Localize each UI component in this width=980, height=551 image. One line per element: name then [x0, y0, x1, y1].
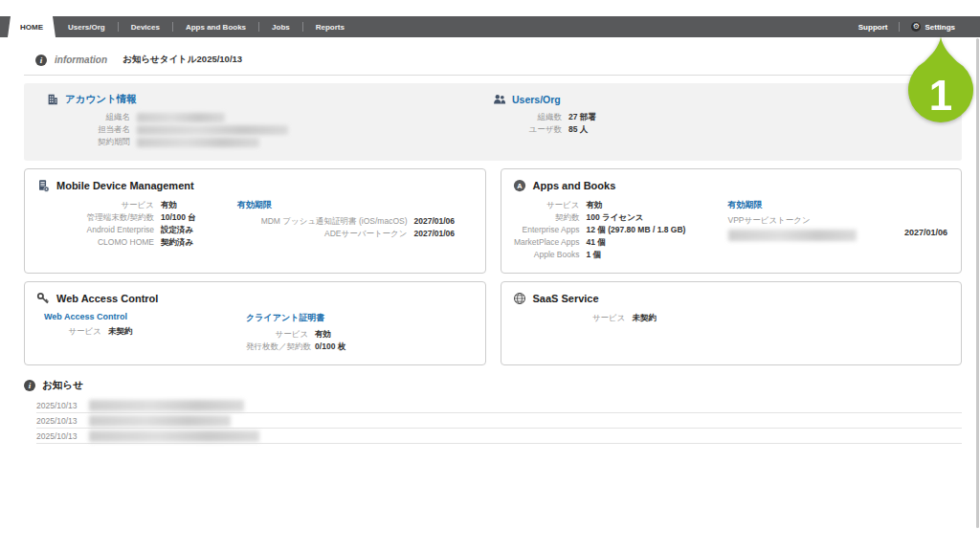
news-title: お知らせ	[42, 379, 83, 392]
main-nav: HOME Users/Org Devices Apps and Books Jo…	[0, 16, 980, 37]
settings-button[interactable]: Settings	[900, 22, 967, 32]
web-access-subsection: Web Access Control サービス未契約	[36, 312, 246, 353]
window-top-strip	[0, 0, 980, 16]
row-value: 未契約	[633, 312, 657, 324]
row-value: 有効	[161, 199, 177, 211]
row-label: ユーザ数	[493, 123, 562, 136]
users-org-title[interactable]: Users/Org	[512, 94, 561, 105]
account-info-title[interactable]: アカウント情報	[65, 93, 137, 106]
news-item[interactable]: 2025/10/13	[36, 413, 962, 429]
saas-card-title: SaaS Service	[533, 293, 599, 304]
redacted-value	[137, 125, 288, 135]
row-value: 2027/01/06	[414, 215, 474, 228]
news-section: お知らせ 2025/10/13 2025/10/13 2025/10/13	[24, 379, 962, 444]
web-access-card: Web Access Control Web Access Control サー…	[24, 281, 486, 365]
account-info-section: アカウント情報 組織名 担当者名 契約期間	[24, 93, 493, 148]
account-row-label: 担当者名	[46, 123, 130, 136]
redacted-news-text	[89, 430, 259, 442]
row-label: Enterprise Apps	[513, 224, 580, 236]
gear-icon	[911, 22, 921, 32]
row-label: Apple Books	[513, 249, 580, 261]
row-label: サービス	[513, 312, 626, 324]
announcement-title-link[interactable]: お知らせタイトル2025/10/13	[122, 54, 242, 66]
redacted-vpp-token	[728, 230, 857, 241]
information-bar: information お知らせタイトル2025/10/13	[24, 37, 962, 76]
tab-reports[interactable]: Reports	[303, 16, 357, 37]
row-value: 設定済み	[161, 224, 193, 236]
tab-devices[interactable]: Devices	[119, 16, 172, 37]
row-value: 10/100 台	[161, 211, 196, 224]
redacted-news-text	[89, 400, 244, 411]
row-value: 2027/01/06	[414, 228, 474, 240]
row-value: 85 人	[568, 123, 588, 136]
row-value: 契約済み	[161, 236, 193, 249]
row-label: サービス	[246, 328, 308, 341]
row-value: 未契約	[108, 325, 133, 338]
key-icon	[36, 292, 50, 305]
users-icon	[493, 93, 506, 106]
account-row-label: 契約期間	[46, 136, 130, 148]
row-value: 有効	[587, 199, 603, 211]
tab-jobs[interactable]: Jobs	[259, 16, 302, 37]
news-date: 2025/10/13	[36, 401, 89, 410]
news-item[interactable]: 2025/10/13	[36, 429, 962, 444]
account-row: 契約期間	[46, 136, 493, 148]
row-label: 管理端末数/契約数	[36, 211, 154, 224]
info-icon	[24, 380, 35, 391]
globe-icon	[513, 292, 526, 305]
row-value: 27 部署	[568, 111, 596, 123]
settings-label: Settings	[924, 23, 955, 32]
row-value: 1 個	[587, 249, 602, 261]
news-date: 2025/10/13	[36, 431, 89, 441]
row-label: Android Enterprise	[36, 224, 154, 236]
information-label: information	[55, 55, 107, 65]
news-date: 2025/10/13	[36, 416, 89, 426]
users-org-section: Users/Org 組織数 27 部署 ユーザ数 85 人	[493, 93, 962, 148]
row-label: サービス	[36, 199, 154, 211]
account-row: 担当者名	[46, 123, 493, 136]
users-org-row: ユーザ数 85 人	[493, 123, 962, 136]
appstore-icon: A	[513, 179, 526, 192]
web-access-link[interactable]: Web Access Control	[36, 312, 246, 321]
account-panel: アカウント情報 組織名 担当者名 契約期間	[24, 83, 962, 161]
support-link[interactable]: Support	[847, 23, 900, 32]
vpp-token-label: VPPサービストークン	[728, 215, 950, 227]
row-label: 契約数	[513, 211, 580, 224]
annotation-badge-1: 1	[904, 35, 977, 132]
tab-apps-and-books[interactable]: Apps and Books	[173, 16, 258, 37]
account-row: 組織名	[46, 111, 493, 123]
row-value: 0/100 枚	[315, 341, 345, 353]
saas-service-card: SaaS Service サービス未契約	[501, 281, 963, 365]
mdm-expiry-block: 有効期限 MDM プッシュ通知証明書 (iOS/macOS)2027/01/06…	[237, 199, 474, 240]
row-label: MarketPlace Apps	[513, 236, 580, 249]
row-label: 組織数	[493, 111, 562, 123]
news-item[interactable]: 2025/10/13	[36, 398, 962, 413]
main-content: information お知らせタイトル2025/10/13 アカウント情報 組…	[24, 37, 962, 444]
mdm-expiry-link[interactable]: 有効期限	[237, 199, 474, 211]
row-label: ADEサーバートークン	[324, 228, 407, 240]
web-access-card-title: Web Access Control	[56, 293, 158, 304]
redacted-news-text	[89, 415, 231, 427]
apps-books-card: A Apps and Books サービス有効 契約数100 ライセンス Ent…	[501, 168, 963, 274]
building-icon	[46, 93, 59, 106]
annotation-number: 1	[929, 72, 952, 119]
users-org-row: 組織数 27 部署	[493, 111, 962, 123]
support-label: Support	[858, 23, 888, 32]
row-value: 12 個 (297.80 MB / 1.8 GB)	[587, 224, 686, 236]
row-value: 有効	[315, 328, 331, 341]
row-label: 発行枚数／契約数	[246, 341, 308, 353]
row-label: サービス	[36, 325, 101, 338]
row-label: サービス	[513, 199, 580, 211]
info-icon	[35, 55, 47, 66]
account-row-label: 組織名	[46, 111, 130, 123]
apps-expiry-link[interactable]: 有効期限	[728, 199, 950, 211]
tab-home[interactable]: HOME	[8, 16, 56, 37]
redacted-value	[137, 113, 225, 122]
row-value: 100 ライセンス	[587, 211, 644, 224]
client-cert-link[interactable]: クライアント証明書	[246, 312, 473, 324]
row-label: CLOMO HOME	[36, 236, 154, 249]
apps-expiry-block: 有効期限 VPPサービストークン 2027/01/06	[728, 199, 950, 241]
row-label: MDM プッシュ通知証明書 (iOS/macOS)	[261, 215, 408, 228]
redacted-value	[137, 138, 259, 147]
tab-users-org[interactable]: Users/Org	[56, 16, 118, 37]
